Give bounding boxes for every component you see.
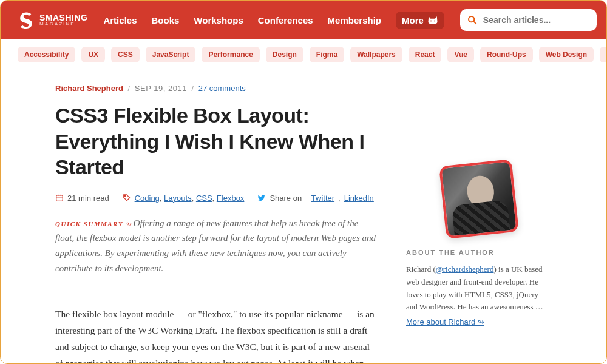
author-sidebar: ABOUT THE AUTHOR Richard (@richardshephe… <box>406 163 552 364</box>
svg-rect-4 <box>56 195 63 201</box>
article-body-paragraph: The flexible box layout module — or "fle… <box>55 306 376 365</box>
byline: Richard Shepherd / SEP 19, 2011 / 27 com… <box>55 84 376 93</box>
nav-conferences[interactable]: Conferences <box>258 15 313 25</box>
svg-point-1 <box>434 21 435 22</box>
publish-date: SEP 19, 2011 <box>135 84 187 93</box>
article-meta: 21 min read Coding, Layouts, CSS, Flexbo… <box>55 194 376 203</box>
site-logo[interactable]: SMASHING MAGAZINE <box>18 12 87 29</box>
category-bar: Accessibility UX CSS JavaScript Performa… <box>1 39 606 69</box>
cat-performance[interactable]: Performance <box>202 47 259 62</box>
svg-point-2 <box>469 16 474 22</box>
share-twitter[interactable]: Twitter <box>311 194 334 203</box>
tag-coding[interactable]: Coding <box>135 194 160 203</box>
author-photo <box>439 159 519 239</box>
author-twitter-link[interactable]: @richardshepherd <box>436 265 494 274</box>
svg-point-8 <box>124 195 126 197</box>
cat-icon <box>427 15 438 25</box>
tag-css[interactable]: CSS <box>196 194 212 203</box>
share-label: Share on <box>270 194 302 203</box>
logo-text: SMASHING MAGAZINE <box>39 13 87 27</box>
cat-guides[interactable]: Guides <box>600 47 607 62</box>
quick-summary: QUICK SUMMARY↬ Offering a range of new f… <box>55 216 376 276</box>
svg-line-3 <box>473 21 476 24</box>
read-time: 21 min read <box>67 194 109 203</box>
smashing-logo-icon <box>18 12 35 29</box>
search-input[interactable] <box>460 9 597 31</box>
tag-flexbox[interactable]: Flexbox <box>217 194 245 203</box>
cat-wallpapers[interactable]: Wallpapers <box>350 47 402 62</box>
cat-css[interactable]: CSS <box>111 47 140 62</box>
nav-more-button[interactable]: More <box>396 12 444 29</box>
nav-books[interactable]: Books <box>151 15 179 25</box>
tag-layouts[interactable]: Layouts <box>164 194 192 203</box>
twitter-icon <box>257 194 266 202</box>
calendar-icon <box>55 194 64 202</box>
top-nav-bar: SMASHING MAGAZINE Articles Books Worksho… <box>1 1 606 39</box>
share-linkedin[interactable]: LinkedIn <box>344 194 374 203</box>
cat-webdesign[interactable]: Web Design <box>539 47 594 62</box>
cat-react[interactable]: React <box>409 47 442 62</box>
search-box <box>460 9 597 31</box>
divider <box>55 291 376 291</box>
about-author-text: Richard (@richardshepherd) is a UK based… <box>406 263 552 314</box>
main-nav: Articles Books Workshops Conferences Mem… <box>103 12 444 29</box>
about-author-heading: ABOUT THE AUTHOR <box>406 249 552 256</box>
nav-membership[interactable]: Membership <box>328 15 381 25</box>
author-link[interactable]: Richard Shepherd <box>55 84 123 93</box>
nav-workshops[interactable]: Workshops <box>194 15 243 25</box>
svg-point-0 <box>430 21 432 22</box>
cat-javascript[interactable]: JavaScript <box>146 47 196 62</box>
more-about-author-link[interactable]: More about Richard ↬ <box>406 317 484 326</box>
cat-figma[interactable]: Figma <box>310 47 344 62</box>
tag-icon <box>123 194 131 202</box>
cat-ux[interactable]: UX <box>81 47 105 62</box>
cat-roundups[interactable]: Round-Ups <box>480 47 533 62</box>
nav-articles[interactable]: Articles <box>103 15 137 25</box>
search-icon <box>467 15 477 25</box>
cat-vue[interactable]: Vue <box>447 47 474 62</box>
comments-link[interactable]: 27 comments <box>198 84 246 93</box>
article-title: CSS3 Flexible Box Layout: Everything I W… <box>55 103 376 180</box>
cat-accessibility[interactable]: Accessibility <box>18 47 75 62</box>
cat-design[interactable]: Design <box>266 47 304 62</box>
